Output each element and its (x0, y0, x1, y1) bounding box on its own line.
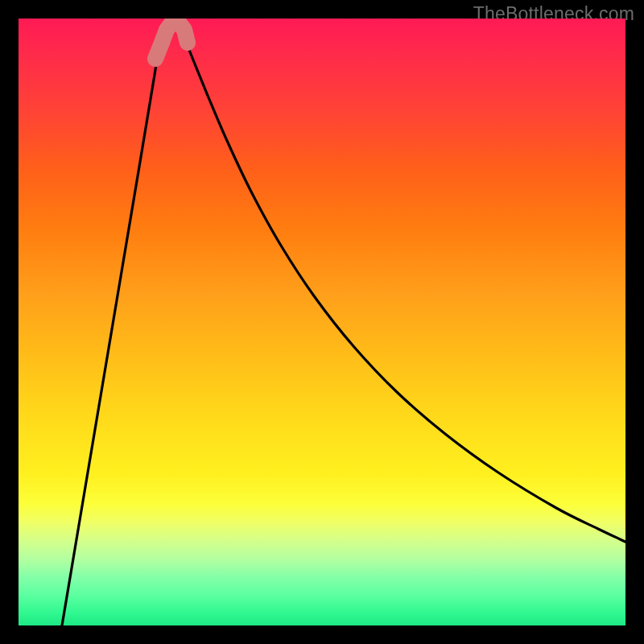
marker-cluster (155, 22, 188, 59)
right-curve-line (178, 22, 625, 542)
plot-area (19, 19, 625, 625)
outer-frame: TheBottleneck.com (0, 0, 644, 644)
chart-svg (19, 19, 625, 625)
left-curve-line (62, 22, 168, 625)
